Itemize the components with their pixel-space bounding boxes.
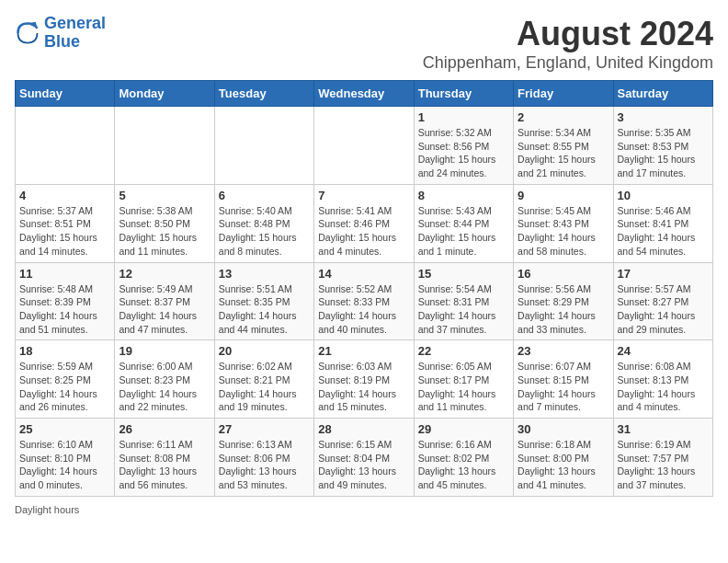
calendar-cell: 18Sunrise: 5:59 AM Sunset: 8:25 PM Dayli… <box>16 340 115 419</box>
calendar-week-row: 25Sunrise: 6:10 AM Sunset: 8:10 PM Dayli… <box>16 419 713 497</box>
day-number: 19 <box>119 344 210 358</box>
day-number: 11 <box>19 267 110 281</box>
day-number: 18 <box>19 344 110 358</box>
calendar-cell <box>314 107 414 185</box>
column-header-tuesday: Tuesday <box>214 81 313 107</box>
day-number: 31 <box>618 422 709 436</box>
day-info: Sunrise: 5:54 AM Sunset: 8:31 PM Dayligh… <box>418 282 509 337</box>
day-info: Sunrise: 5:49 AM Sunset: 8:37 PM Dayligh… <box>119 282 210 337</box>
day-info: Sunrise: 5:32 AM Sunset: 8:56 PM Dayligh… <box>418 126 509 180</box>
column-header-sunday: Sunday <box>16 81 115 107</box>
day-info: Sunrise: 6:15 AM Sunset: 8:04 PM Dayligh… <box>318 438 409 492</box>
page-subtitle: Chippenham, England, United Kingdom <box>423 53 713 73</box>
day-number: 8 <box>418 189 509 202</box>
logo: General Blue <box>15 15 106 52</box>
day-number: 23 <box>518 344 609 358</box>
calendar-cell: 2Sunrise: 5:34 AM Sunset: 8:55 PM Daylig… <box>514 107 613 185</box>
logo-line2: Blue <box>44 32 80 51</box>
day-info: Sunrise: 6:02 AM Sunset: 8:21 PM Dayligh… <box>219 360 310 414</box>
logo-icon <box>15 20 40 46</box>
logo-text: General Blue <box>44 15 106 52</box>
day-info: Sunrise: 6:08 AM Sunset: 8:13 PM Dayligh… <box>618 360 709 414</box>
calendar-week-row: 11Sunrise: 5:48 AM Sunset: 8:39 PM Dayli… <box>16 262 713 340</box>
calendar-week-row: 18Sunrise: 5:59 AM Sunset: 8:25 PM Dayli… <box>16 340 713 419</box>
day-number: 2 <box>518 110 609 124</box>
calendar-cell: 14Sunrise: 5:52 AM Sunset: 8:33 PM Dayli… <box>314 262 414 340</box>
page-title: August 2024 <box>423 15 713 53</box>
day-info: Sunrise: 5:56 AM Sunset: 8:29 PM Dayligh… <box>518 282 609 337</box>
calendar-cell: 8Sunrise: 5:43 AM Sunset: 8:44 PM Daylig… <box>414 184 513 262</box>
day-number: 28 <box>318 422 409 436</box>
calendar-cell <box>16 107 115 185</box>
day-number: 6 <box>219 189 310 202</box>
column-header-monday: Monday <box>115 81 214 107</box>
day-number: 17 <box>618 267 709 281</box>
day-info: Sunrise: 5:48 AM Sunset: 8:39 PM Dayligh… <box>19 282 110 337</box>
day-info: Sunrise: 5:59 AM Sunset: 8:25 PM Dayligh… <box>19 360 110 414</box>
calendar-cell: 15Sunrise: 5:54 AM Sunset: 8:31 PM Dayli… <box>414 262 513 340</box>
day-number: 10 <box>618 189 709 202</box>
calendar-cell: 19Sunrise: 6:00 AM Sunset: 8:23 PM Dayli… <box>115 340 214 419</box>
title-block: August 2024 Chippenham, England, United … <box>423 15 713 73</box>
calendar-cell: 25Sunrise: 6:10 AM Sunset: 8:10 PM Dayli… <box>16 419 115 497</box>
day-number: 21 <box>318 344 409 358</box>
day-info: Sunrise: 6:16 AM Sunset: 8:02 PM Dayligh… <box>418 438 509 492</box>
day-info: Sunrise: 5:35 AM Sunset: 8:53 PM Dayligh… <box>618 126 709 180</box>
column-header-thursday: Thursday <box>414 81 513 107</box>
calendar-cell: 20Sunrise: 6:02 AM Sunset: 8:21 PM Dayli… <box>214 340 313 419</box>
day-info: Sunrise: 6:03 AM Sunset: 8:19 PM Dayligh… <box>318 360 409 414</box>
calendar-cell <box>214 107 313 185</box>
day-info: Sunrise: 6:05 AM Sunset: 8:17 PM Dayligh… <box>418 360 509 414</box>
day-number: 26 <box>119 422 210 436</box>
column-header-wednesday: Wednesday <box>314 81 414 107</box>
calendar-cell: 1Sunrise: 5:32 AM Sunset: 8:56 PM Daylig… <box>414 107 513 185</box>
calendar-header-row: SundayMondayTuesdayWednesdayThursdayFrid… <box>16 81 713 107</box>
day-number: 12 <box>119 267 210 281</box>
footer-text: Daylight hours <box>15 504 79 515</box>
calendar-cell: 30Sunrise: 6:18 AM Sunset: 8:00 PM Dayli… <box>514 419 613 497</box>
calendar-cell: 21Sunrise: 6:03 AM Sunset: 8:19 PM Dayli… <box>314 340 414 419</box>
calendar-cell: 23Sunrise: 6:07 AM Sunset: 8:15 PM Dayli… <box>514 340 613 419</box>
day-info: Sunrise: 6:10 AM Sunset: 8:10 PM Dayligh… <box>19 438 110 492</box>
day-info: Sunrise: 6:19 AM Sunset: 7:57 PM Dayligh… <box>618 438 709 492</box>
calendar-cell: 10Sunrise: 5:46 AM Sunset: 8:41 PM Dayli… <box>613 184 712 262</box>
day-info: Sunrise: 5:41 AM Sunset: 8:46 PM Dayligh… <box>318 204 409 259</box>
calendar-cell: 22Sunrise: 6:05 AM Sunset: 8:17 PM Dayli… <box>414 340 513 419</box>
day-info: Sunrise: 6:13 AM Sunset: 8:06 PM Dayligh… <box>219 438 310 492</box>
header: General Blue August 2024 Chippenham, Eng… <box>15 15 713 73</box>
day-number: 27 <box>219 422 310 436</box>
day-number: 9 <box>518 189 609 202</box>
day-number: 16 <box>518 267 609 281</box>
day-info: Sunrise: 5:43 AM Sunset: 8:44 PM Dayligh… <box>418 204 509 259</box>
day-info: Sunrise: 5:38 AM Sunset: 8:50 PM Dayligh… <box>119 204 210 259</box>
calendar-table: SundayMondayTuesdayWednesdayThursdayFrid… <box>15 80 713 497</box>
day-info: Sunrise: 5:40 AM Sunset: 8:48 PM Dayligh… <box>219 204 310 259</box>
footer-note: Daylight hours <box>15 504 713 515</box>
day-number: 29 <box>418 422 509 436</box>
day-number: 4 <box>19 189 110 202</box>
column-header-saturday: Saturday <box>613 81 712 107</box>
day-number: 13 <box>219 267 310 281</box>
calendar-cell: 27Sunrise: 6:13 AM Sunset: 8:06 PM Dayli… <box>214 419 313 497</box>
day-info: Sunrise: 5:45 AM Sunset: 8:43 PM Dayligh… <box>518 204 609 259</box>
day-number: 20 <box>219 344 310 358</box>
day-info: Sunrise: 5:46 AM Sunset: 8:41 PM Dayligh… <box>618 204 709 259</box>
day-number: 1 <box>418 110 509 124</box>
day-info: Sunrise: 6:07 AM Sunset: 8:15 PM Dayligh… <box>518 360 609 414</box>
calendar-cell: 11Sunrise: 5:48 AM Sunset: 8:39 PM Dayli… <box>16 262 115 340</box>
day-number: 7 <box>318 189 409 202</box>
calendar-cell: 6Sunrise: 5:40 AM Sunset: 8:48 PM Daylig… <box>214 184 313 262</box>
calendar-cell: 28Sunrise: 6:15 AM Sunset: 8:04 PM Dayli… <box>314 419 414 497</box>
day-number: 24 <box>618 344 709 358</box>
calendar-cell: 29Sunrise: 6:16 AM Sunset: 8:02 PM Dayli… <box>414 419 513 497</box>
day-info: Sunrise: 5:57 AM Sunset: 8:27 PM Dayligh… <box>618 282 709 337</box>
day-number: 14 <box>318 267 409 281</box>
day-info: Sunrise: 5:52 AM Sunset: 8:33 PM Dayligh… <box>318 282 409 337</box>
calendar-cell: 7Sunrise: 5:41 AM Sunset: 8:46 PM Daylig… <box>314 184 414 262</box>
day-info: Sunrise: 6:11 AM Sunset: 8:08 PM Dayligh… <box>119 438 210 492</box>
day-info: Sunrise: 5:37 AM Sunset: 8:51 PM Dayligh… <box>19 204 110 259</box>
calendar-cell <box>115 107 214 185</box>
calendar-cell: 9Sunrise: 5:45 AM Sunset: 8:43 PM Daylig… <box>514 184 613 262</box>
calendar-cell: 3Sunrise: 5:35 AM Sunset: 8:53 PM Daylig… <box>613 107 712 185</box>
calendar-cell: 17Sunrise: 5:57 AM Sunset: 8:27 PM Dayli… <box>613 262 712 340</box>
